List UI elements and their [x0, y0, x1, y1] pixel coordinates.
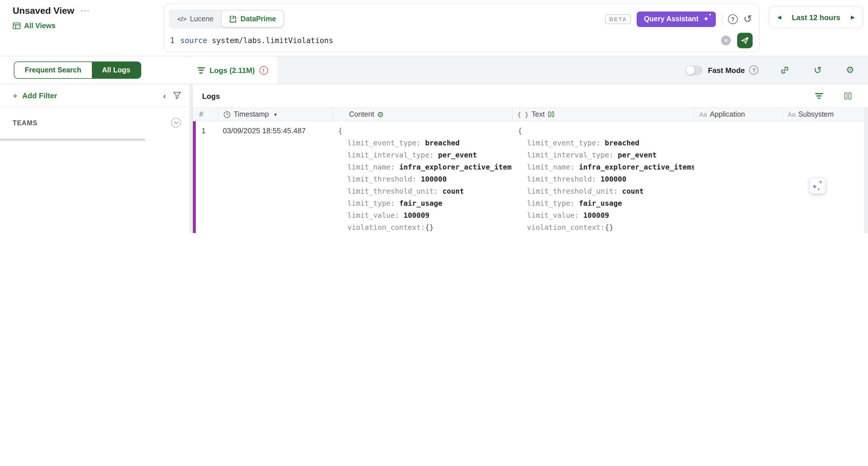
time-forward-icon[interactable]: ▶ — [851, 14, 855, 20]
logs-tab-label: Logs (2.11M) — [210, 66, 255, 75]
expand-teams-icon[interactable] — [171, 118, 181, 127]
view-info: Unsaved View ••• All Views — [12, 6, 90, 30]
logs-main: Logs # Timestamp ▼ Content ⚙ — [193, 84, 868, 233]
dataprime-icon — [228, 14, 237, 23]
log-row[interactable]: 1 03/09/2025 18:55:45.487 {limit_event_t… — [193, 121, 868, 233]
query-assistant-label: Query Assistant — [644, 15, 699, 23]
tab-dataprime-label: DataPrime — [241, 15, 276, 23]
table-body: 1 03/09/2025 18:55:45.487 {limit_event_t… — [193, 121, 868, 233]
all-views-link[interactable]: All Views — [12, 22, 90, 30]
braces-icon: { } — [517, 111, 529, 118]
text-columns-icon[interactable] — [548, 112, 555, 117]
sparkles-icon: ✦✦ — [703, 16, 709, 22]
column-header-index[interactable]: # — [193, 108, 218, 121]
column-header-subsystem[interactable]: Aa Subsystem — [782, 108, 868, 121]
time-range-picker[interactable]: ◀ Last 12 hours ▶ — [769, 6, 863, 28]
fast-mode-help-icon[interactable]: ? — [749, 65, 758, 75]
tab-logs[interactable]: Logs (2.11M) ! — [189, 56, 277, 84]
row-density-icon[interactable] — [815, 91, 823, 100]
query-history-icon[interactable]: ↺ — [743, 14, 752, 24]
view-title: Unsaved View — [12, 6, 74, 16]
settings-icon[interactable]: ⚙ — [846, 65, 854, 75]
table-header: # Timestamp ▼ Content ⚙ { } Text — [193, 108, 868, 121]
app: Unsaved View ••• All Views </> Lucene Da… — [0, 0, 868, 233]
fast-mode-label: Fast Mode — [708, 66, 745, 75]
row-content-json[interactable]: {limit_event_type: breachedlimit_interva… — [332, 121, 512, 233]
content: + Add Filter ‹ TEAMS Logs — [0, 84, 868, 233]
search-mode-toggle: Frequent Search All Logs — [14, 61, 141, 79]
sort-desc-icon[interactable]: ▼ — [274, 112, 278, 116]
row-subsystem — [782, 121, 868, 233]
row-application — [694, 121, 782, 233]
reset-icon[interactable]: ↺ — [814, 65, 822, 75]
run-query-button[interactable] — [737, 32, 753, 48]
table-icon — [12, 22, 21, 29]
add-filter-button[interactable]: + Add Filter — [12, 91, 57, 100]
filter-icon[interactable] — [173, 91, 181, 99]
column-header-timestamp[interactable]: Timestamp ▼ — [218, 108, 332, 121]
filters-sidebar: + Add Filter ‹ TEAMS — [0, 84, 189, 233]
tab-all-logs[interactable]: All Logs — [92, 62, 141, 78]
row-text-json[interactable]: {limit_event_type: breachedlimit_interva… — [512, 121, 694, 233]
help-icon[interactable]: ? — [728, 14, 738, 24]
aa-icon: Aa — [699, 111, 707, 118]
send-icon — [741, 36, 749, 45]
table-scrollbar[interactable] — [864, 108, 868, 233]
query-input[interactable]: 1 source system/labs.limitViolations × — [164, 29, 759, 51]
toggle-knob — [686, 66, 694, 75]
tab-lucene-label: Lucene — [190, 15, 214, 23]
tab-dataprime[interactable]: DataPrime — [222, 11, 283, 27]
aa-icon: Aa — [787, 111, 795, 118]
query-card: </> Lucene DataPrime BETA Query Assistan… — [164, 3, 760, 52]
view-menu-icon[interactable]: ••• — [81, 8, 90, 14]
column-header-content[interactable]: Content ⚙ — [332, 108, 512, 121]
panel-title: Logs — [202, 92, 220, 100]
teams-section[interactable]: TEAMS — [0, 107, 189, 139]
line-number: 1 — [164, 36, 180, 45]
time-range-label: Last 12 hours — [792, 13, 840, 22]
tab-lucene[interactable]: </> Lucene — [170, 11, 220, 27]
all-views-label: All Views — [24, 22, 55, 30]
row-timestamp: 03/09/2025 18:55:45.487 — [218, 121, 332, 233]
top-header: Unsaved View ••• All Views </> Lucene Da… — [0, 0, 868, 56]
clock-icon — [223, 111, 231, 118]
add-filter-label: Add Filter — [22, 91, 57, 100]
clear-query-icon[interactable]: × — [721, 35, 731, 45]
ai-row-action-button[interactable]: ✦ ✦ ✦ — [809, 178, 826, 194]
column-header-application[interactable]: Aa Application — [694, 108, 782, 121]
code-icon: </> — [177, 16, 187, 22]
tab-strip: Frequent Search All Logs Logs (2.11M) ! … — [0, 56, 868, 84]
row-index: 1 — [196, 121, 218, 233]
query-language-switch: </> Lucene DataPrime — [169, 9, 285, 29]
logs-list-icon — [197, 65, 205, 75]
query-text: system/labs.limitViolations — [212, 36, 333, 45]
sidebar-scrollbar[interactable] — [0, 139, 145, 141]
plus-icon: + — [12, 91, 18, 100]
column-header-text[interactable]: { } Text — [512, 108, 694, 121]
logs-panel: Logs # Timestamp ▼ Content ⚙ — [193, 84, 868, 233]
time-back-icon[interactable]: ◀ — [777, 14, 781, 20]
collapse-sidebar-icon[interactable]: ‹ — [163, 91, 166, 100]
beta-badge: BETA — [605, 14, 631, 24]
tab-frequent-search[interactable]: Frequent Search — [14, 62, 92, 78]
content-settings-icon[interactable]: ⚙ — [377, 111, 384, 118]
fast-mode-toggle[interactable] — [685, 65, 703, 75]
query-assistant-button[interactable]: Query Assistant ✦✦ — [637, 11, 716, 27]
alert-icon: ! — [259, 66, 268, 75]
query-keyword: source — [180, 36, 207, 45]
teams-label: TEAMS — [12, 119, 38, 126]
divider — [722, 12, 722, 26]
share-link-icon[interactable] — [780, 65, 789, 75]
columns-layout-icon[interactable] — [844, 92, 852, 99]
